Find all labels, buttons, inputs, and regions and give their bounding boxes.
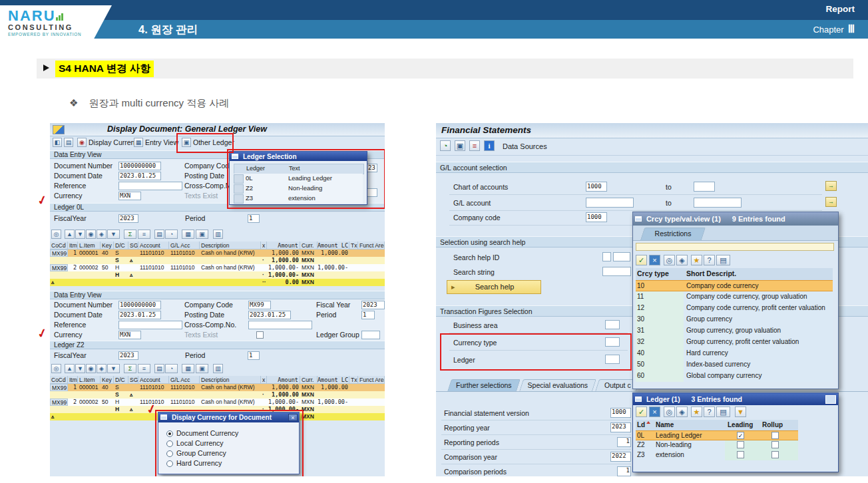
details-icon[interactable]: ◎ bbox=[51, 364, 61, 373]
document-currency-radio[interactable] bbox=[166, 430, 173, 437]
print-view-icon[interactable]: ▤ bbox=[154, 230, 164, 239]
filter-icon[interactable]: ▼ bbox=[735, 406, 746, 417]
currency-field[interactable]: MXN bbox=[118, 331, 141, 339]
partial-field[interactable] bbox=[367, 188, 377, 197]
alv-subtotal-row[interactable]: S▵·1,000.00MXN bbox=[50, 257, 385, 264]
copy-icon[interactable]: ▣ bbox=[455, 140, 465, 151]
row-selector[interactable] bbox=[234, 184, 244, 194]
popup-titlebar[interactable]: Display Currency for Document × bbox=[158, 412, 299, 422]
sort-ascending-icon[interactable]: ▲ bbox=[65, 364, 75, 373]
set-filter-icon[interactable]: ▼ bbox=[107, 364, 120, 373]
print-icon[interactable]: ▤ bbox=[64, 138, 73, 147]
help-icon[interactable]: ? bbox=[704, 255, 715, 265]
sort-descending-icon[interactable]: ▼ bbox=[75, 230, 85, 239]
document-date-field[interactable]: 2023.01.25 bbox=[118, 172, 161, 180]
rollup-checkbox[interactable] bbox=[771, 432, 779, 439]
value-help-row[interactable]: 60Global company currency bbox=[636, 371, 833, 382]
texts-exist-checkbox[interactable] bbox=[256, 331, 264, 339]
search-help-id-field2[interactable] bbox=[613, 252, 630, 261]
period-field[interactable]: 1 bbox=[248, 351, 260, 360]
period-field[interactable]: 1 bbox=[361, 311, 375, 319]
find-icon[interactable]: ◎ bbox=[664, 406, 675, 417]
ledger-row[interactable]: Z2 Non-leading bbox=[234, 184, 363, 194]
currency-field[interactable]: MXN bbox=[118, 192, 141, 200]
value-help-row[interactable]: 12Company code currency, profit center v… bbox=[636, 303, 833, 314]
print-icon[interactable]: ▤ bbox=[716, 255, 730, 265]
fiscal-year-field[interactable]: 2023 bbox=[361, 301, 385, 309]
popup-titlebar[interactable]: Ledger (1) 3 Entries found bbox=[633, 393, 838, 405]
graphic-icon[interactable]: ▥ bbox=[213, 364, 223, 373]
find-next-icon[interactable]: ◈ bbox=[97, 364, 107, 373]
find-next-icon[interactable]: ◈ bbox=[676, 255, 688, 265]
leading-checkbox[interactable] bbox=[737, 451, 744, 458]
search-help-id-field[interactable] bbox=[602, 252, 611, 261]
popup-titlebar[interactable]: Crcy type/val.view (1) 9 Entries found bbox=[633, 212, 838, 226]
reference-field[interactable] bbox=[118, 321, 182, 329]
entry-view-icon[interactable]: ▦ bbox=[134, 138, 143, 147]
chart-of-accounts-field[interactable]: 1000 bbox=[586, 182, 607, 192]
chart-of-accounts-to-field[interactable] bbox=[694, 182, 715, 192]
restriction-input-row[interactable] bbox=[636, 243, 834, 251]
info-icon[interactable]: i bbox=[484, 140, 495, 151]
row-selector[interactable] bbox=[234, 194, 244, 204]
company-code-field[interactable]: 1000 bbox=[586, 212, 607, 222]
period-field[interactable]: 1 bbox=[248, 214, 260, 223]
ledger-row[interactable]: 0L Leading Ledger bbox=[234, 174, 363, 184]
popup-window-control[interactable] bbox=[825, 395, 836, 404]
find-icon[interactable]: ◉ bbox=[86, 364, 96, 373]
graphic-icon[interactable]: ▥ bbox=[213, 230, 223, 239]
ledger-field[interactable] bbox=[605, 355, 620, 364]
reporting-periods-field[interactable]: 1 bbox=[617, 437, 631, 447]
value-help-row[interactable]: 32Group currency, profit center valuatio… bbox=[636, 337, 833, 348]
posting-date-field[interactable]: 2023.01.25 bbox=[248, 311, 291, 319]
popup-titlebar[interactable]: Ledger Selection bbox=[230, 152, 367, 161]
list-icon[interactable]: ≡ bbox=[469, 140, 480, 151]
alv-total-row[interactable]: ▵··0.00MXN bbox=[50, 279, 385, 286]
reporting-year-field[interactable]: 2023 bbox=[610, 422, 631, 432]
comparison-periods-field[interactable]: 1 bbox=[617, 466, 631, 476]
sap-menu-icon[interactable] bbox=[53, 125, 65, 134]
gl-account-field[interactable] bbox=[586, 198, 634, 208]
set-filter-icon[interactable]: ▼ bbox=[107, 230, 120, 239]
business-area-field[interactable] bbox=[605, 320, 620, 329]
document-date-field[interactable]: 2023.01.25 bbox=[118, 311, 161, 319]
entry-view-button[interactable]: Entry View bbox=[145, 138, 178, 147]
display-currency-icon[interactable]: ◉ bbox=[77, 138, 87, 147]
leading-checkbox[interactable]: ✓ bbox=[737, 432, 744, 439]
tab-restrictions[interactable]: Restrictions bbox=[640, 228, 706, 240]
find-icon[interactable]: ◉ bbox=[86, 230, 96, 239]
currency-type-field[interactable] bbox=[605, 337, 620, 347]
row-selector[interactable] bbox=[234, 174, 244, 184]
sort-ascending-icon[interactable]: ▲ bbox=[65, 230, 75, 239]
value-help-row[interactable]: 30Group currency bbox=[636, 314, 833, 325]
find-next-icon[interactable]: ◈ bbox=[676, 406, 688, 417]
company-code-field[interactable]: MX99 bbox=[248, 301, 271, 309]
alv-subtotal-row[interactable]: H▵·1,000.00-MXN bbox=[50, 271, 385, 279]
ledger-row[interactable]: Z3 extension bbox=[234, 194, 363, 204]
find-icon[interactable]: ◎ bbox=[664, 255, 675, 265]
comparison-year-field[interactable]: 2022 bbox=[610, 452, 631, 462]
tab-further-selections[interactable]: Further selections bbox=[447, 379, 521, 391]
other-ledger-button[interactable]: Other Ledger bbox=[193, 138, 234, 147]
fsv-field[interactable]: 1000 bbox=[610, 408, 631, 418]
alv-row-item1[interactable]: MX99100000140S1110101011101010Cash on ha… bbox=[50, 249, 385, 257]
reference-field[interactable] bbox=[118, 182, 182, 190]
confirm-icon[interactable]: ✓ bbox=[636, 406, 647, 417]
cancel-icon[interactable]: × bbox=[649, 255, 660, 265]
display-object-icon[interactable]: ◧ bbox=[53, 138, 62, 147]
rollup-checkbox[interactable] bbox=[771, 441, 779, 448]
print-view-icon[interactable]: ▤ bbox=[154, 364, 164, 373]
print-icon[interactable]: ▤ bbox=[716, 406, 730, 417]
find-next-icon[interactable]: ◈ bbox=[97, 230, 107, 239]
sort-descending-icon[interactable]: ▼ bbox=[75, 364, 85, 373]
alv-row-item1[interactable]: MX99100000140S1110101011101010Cash on ha… bbox=[50, 384, 385, 391]
other-ledger-icon[interactable]: ▣ bbox=[182, 138, 191, 147]
export-icon[interactable]: ▦ bbox=[182, 364, 194, 373]
document-number-field[interactable]: 1000000000 bbox=[118, 162, 161, 170]
search-help-button[interactable]: ▸ Search help bbox=[447, 280, 541, 294]
value-help-row[interactable]: 31Group currency, group valuation bbox=[636, 325, 833, 337]
ledger-row-selected[interactable]: 0L Leading Ledger ✓ bbox=[636, 430, 798, 440]
subtotal-icon[interactable]: ≡ bbox=[138, 230, 150, 239]
views-icon[interactable]: ◔ bbox=[165, 230, 178, 239]
subtotal-icon[interactable]: ≡ bbox=[138, 364, 150, 373]
